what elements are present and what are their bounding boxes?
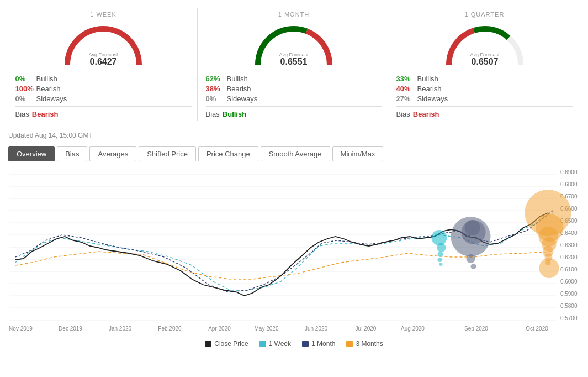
svg-text:Jul 2020: Jul 2020 [356, 326, 377, 332]
stat-sideways-1month: 0% Sideways [206, 95, 382, 103]
svg-text:Jun 2020: Jun 2020 [305, 326, 328, 332]
tab-price-change[interactable]: Price Change [198, 146, 258, 161]
legend-label-1month: 1 Month [311, 340, 335, 348]
legend-label-1week: 1 Week [269, 340, 291, 348]
bias-row-1week: Bias Bearish [15, 110, 192, 118]
bearish-pct-1month: 38% [206, 85, 227, 93]
svg-text:0.6300: 0.6300 [560, 242, 578, 248]
svg-text:0.5700: 0.5700 [560, 315, 578, 321]
tabs-row: Overview Bias Averages Shifted Price Pri… [8, 146, 580, 161]
period-label-1week: 1 WEEK [15, 11, 192, 18]
tab-averages[interactable]: Averages [89, 146, 136, 161]
stat-bullish-1month: 62% Bullish [206, 75, 382, 83]
sideways-pct-1quarter: 27% [396, 95, 417, 103]
bubble-1week-dot3 [439, 263, 443, 266]
svg-text:May 2020: May 2020 [255, 326, 279, 332]
bearish-label-1week: Bearish [36, 85, 61, 93]
bubble-1month-dot1 [467, 254, 475, 263]
bubble-1month-small [465, 220, 480, 235]
bullish-pct-1week: 0% [15, 75, 36, 83]
gauge-1month: Avg Forecast 0.6551 [206, 20, 382, 70]
tab-smooth-average[interactable]: Smooth Average [261, 146, 330, 161]
sideways-pct-1week: 0% [15, 95, 36, 103]
bias-value-1week: Bearish [32, 110, 59, 118]
bias-value-1month: Bullish [223, 110, 246, 118]
legend-dot-1week [259, 341, 266, 347]
bias-label-1week: Bias [15, 110, 29, 118]
sideways-pct-1month: 0% [206, 95, 227, 103]
bearish-pct-1week: 100% [15, 85, 36, 93]
svg-text:0.6427: 0.6427 [90, 57, 117, 66]
gauge-1quarter: Avg Forecast 0.6507 [396, 20, 573, 70]
sideways-label-1month: Sideways [227, 95, 258, 103]
bias-label-1month: Bias [206, 110, 220, 118]
gauge-svg-1quarter: Avg Forecast 0.6507 [441, 20, 529, 70]
bubble-1week-medium [437, 243, 446, 252]
tab-shifted-price[interactable]: Shifted Price [139, 146, 196, 161]
bearish-pct-1quarter: 40% [396, 85, 417, 93]
bullish-pct-1month: 62% [206, 75, 227, 83]
gauge-svg-1week: Avg Forecast 0.6427 [59, 20, 147, 70]
sideways-label-1week: Sideways [36, 95, 67, 103]
stat-sideways-1week: 0% Sideways [15, 95, 192, 103]
stat-bearish-1week: 100% Bearish [15, 85, 192, 93]
bubble-3months-bottom [539, 258, 559, 278]
bearish-label-1month: Bearish [227, 85, 251, 93]
chart-area: 0.6900 0.6800 0.6700 0.6600 0.6500 0.640… [8, 166, 580, 337]
main-container: 1 WEEK Avg Forecast 0.6427 0% Bullish 10… [0, 0, 588, 377]
bias-value-1quarter: Bearish [413, 110, 439, 118]
legend-close-price: Close Price [205, 340, 248, 348]
bubble-1week-dot1 [438, 252, 443, 257]
svg-text:0.5900: 0.5900 [560, 291, 578, 297]
svg-text:Oct 2020: Oct 2020 [526, 326, 548, 332]
stat-bullish-1quarter: 33% Bullish [396, 75, 573, 83]
tab-overview[interactable]: Overview [8, 146, 55, 161]
svg-text:Nov 2019: Nov 2019 [9, 326, 33, 332]
legend-dot-3months [346, 341, 353, 347]
forecast-card-1quarter: 1 QUARTER Avg Forecast 0.6507 33% Bullis… [391, 8, 579, 121]
legend-label-close: Close Price [214, 340, 248, 348]
svg-text:0.6551: 0.6551 [280, 57, 308, 66]
svg-text:Apr 2020: Apr 2020 [208, 326, 231, 332]
svg-text:Dec 2019: Dec 2019 [59, 326, 82, 332]
svg-text:0.6100: 0.6100 [560, 266, 578, 273]
svg-text:0.6900: 0.6900 [560, 169, 578, 175]
legend-1month: 1 Month [302, 340, 335, 348]
bullish-pct-1quarter: 33% [396, 75, 417, 83]
bias-row-1quarter: Bias Bearish [396, 110, 573, 118]
svg-text:0.6000: 0.6000 [560, 279, 578, 285]
legend-dot-1month [302, 341, 309, 347]
legend-1week: 1 Week [259, 340, 291, 348]
svg-text:0.6800: 0.6800 [560, 181, 578, 187]
forecast-card-1week: 1 WEEK Avg Forecast 0.6427 0% Bullish 10… [10, 8, 198, 121]
bullish-label-1week: Bullish [36, 75, 57, 83]
svg-text:Aug 2020: Aug 2020 [401, 326, 425, 332]
bias-row-1month: Bias Bullish [206, 110, 382, 118]
legend-label-3months: 3 Months [356, 340, 383, 348]
gauge-1week: Avg Forecast 0.6427 [15, 20, 192, 70]
legend-3months: 3 Months [346, 340, 383, 348]
stat-bullish-1week: 0% Bullish [15, 75, 192, 83]
svg-text:0.6200: 0.6200 [560, 254, 578, 260]
tab-minim-max[interactable]: Minim/Max [332, 146, 384, 161]
legend-row: Close Price 1 Week 1 Month 3 Months [8, 340, 580, 348]
bubble-1month-dot2 [471, 264, 476, 269]
svg-text:0.6507: 0.6507 [471, 57, 498, 66]
tab-bias[interactable]: Bias [57, 146, 87, 161]
svg-text:Feb 2020: Feb 2020 [158, 326, 182, 332]
svg-text:0.5800: 0.5800 [560, 303, 578, 309]
stat-bearish-1month: 38% Bearish [206, 85, 382, 93]
svg-text:Sep 2020: Sep 2020 [464, 326, 488, 332]
sideways-label-1quarter: Sideways [417, 95, 448, 103]
legend-dot-close [205, 341, 211, 347]
bias-label-1quarter: Bias [396, 110, 410, 118]
stat-sideways-1quarter: 27% Sideways [396, 95, 573, 103]
forecast-card-1month: 1 MONTH Avg Forecast 0.6551 62% Bullish … [200, 8, 388, 121]
bubble-1week-dot2 [438, 258, 442, 262]
y-axis-labels: 0.6900 0.6800 0.6700 0.6600 0.6500 0.640… [560, 169, 578, 321]
updated-text: Updated Aug 14, 15:00 GMT [8, 127, 580, 142]
bullish-label-1month: Bullish [227, 75, 248, 83]
forecast-row: 1 WEEK Avg Forecast 0.6427 0% Bullish 10… [8, 6, 580, 127]
bullish-label-1quarter: Bullish [417, 75, 438, 83]
period-label-1month: 1 MONTH [206, 11, 382, 18]
